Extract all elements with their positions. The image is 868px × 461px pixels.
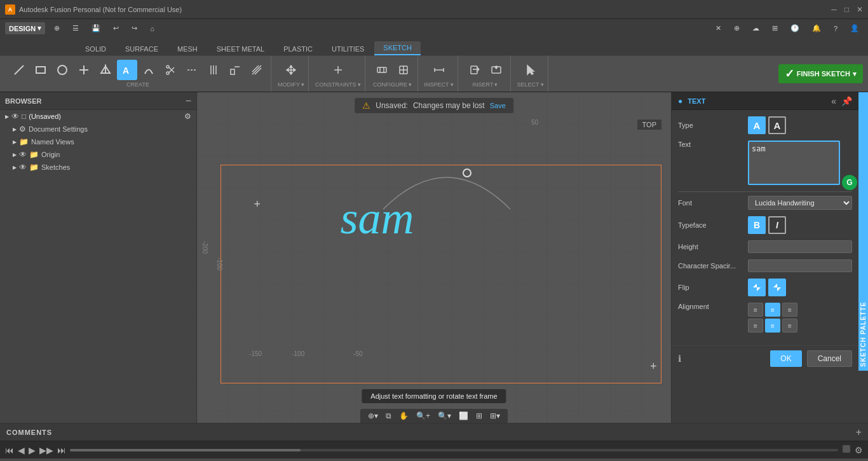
tree-item-named-views[interactable]: ▶ 📁 Named Views bbox=[0, 135, 196, 148]
font-select[interactable]: Lucida Handwriting bbox=[748, 196, 852, 210]
hatching-tool[interactable] bbox=[247, 60, 267, 80]
settings-icon-btn[interactable]: ⚙ bbox=[855, 445, 863, 455]
cancel-button[interactable]: Cancel bbox=[807, 350, 852, 367]
flip-vertical-btn[interactable] bbox=[748, 279, 766, 296]
bold-btn[interactable]: B bbox=[748, 216, 766, 234]
timeline-last-btn[interactable]: ⏭ bbox=[57, 445, 66, 455]
file-btn[interactable]: ☰ bbox=[69, 22, 83, 34]
type-outline-btn[interactable]: A bbox=[768, 116, 786, 134]
close-btn[interactable]: ✕ bbox=[857, 5, 863, 14]
timeline-prev-btn[interactable]: ◀ bbox=[18, 445, 25, 455]
flip-label: Flip bbox=[678, 284, 748, 291]
configure2[interactable] bbox=[393, 60, 414, 80]
save-unsaved-btn[interactable]: Save bbox=[490, 102, 506, 109]
configure1[interactable] bbox=[372, 60, 392, 80]
text-input[interactable]: sam bbox=[748, 141, 840, 185]
canvas-tool-zoom-in[interactable]: 🔍+ bbox=[414, 410, 433, 422]
timeline-first-btn[interactable]: ⏮ bbox=[5, 445, 14, 455]
timeline-play-btn[interactable]: ▶ bbox=[29, 445, 36, 455]
tree-item-sketches[interactable]: ▶ 👁 📁 Sketches bbox=[0, 161, 196, 174]
close-tab-btn[interactable]: ✕ bbox=[712, 22, 725, 34]
text-panel-footer: ℹ OK Cancel bbox=[672, 345, 858, 371]
canvas-tool-grid2[interactable]: ⊞▾ bbox=[487, 410, 503, 422]
ok-button[interactable]: OK bbox=[770, 350, 801, 367]
scissors-tool[interactable] bbox=[160, 60, 180, 80]
cloud-btn[interactable]: ☁ bbox=[749, 22, 763, 34]
user-btn[interactable]: 👤 bbox=[846, 22, 863, 34]
timeline-next-btn[interactable]: ▶▶ bbox=[39, 445, 53, 455]
canvas-tool-magnet[interactable]: ⊕▾ bbox=[365, 410, 381, 422]
italic-btn[interactable]: I bbox=[768, 216, 786, 234]
align-left-btn[interactable]: ≡ bbox=[748, 303, 763, 317]
canvas-tool-frame[interactable]: ⧉ bbox=[383, 410, 394, 422]
svg-marker-44 bbox=[753, 284, 757, 287]
design-button[interactable]: DESIGN ▾ bbox=[5, 22, 45, 34]
circle-tool[interactable] bbox=[52, 60, 72, 80]
arc-tool[interactable] bbox=[139, 60, 159, 80]
bell-btn[interactable]: 🔔 bbox=[808, 22, 825, 34]
canvas-tool-fullscreen[interactable]: ⬜ bbox=[456, 410, 471, 422]
grid-btn[interactable]: ⊞ bbox=[768, 22, 782, 34]
svg-marker-45 bbox=[757, 287, 761, 291]
tab-sketch[interactable]: SKETCH bbox=[374, 41, 421, 55]
help-btn[interactable]: ? bbox=[830, 23, 841, 34]
browser-collapse-btn[interactable]: − bbox=[186, 95, 191, 107]
pattern-tool[interactable] bbox=[225, 60, 245, 80]
finish-sketch-button[interactable]: ✓ FINISH SKETCH ▾ bbox=[778, 64, 863, 83]
extend-btn[interactable]: ⊕ bbox=[730, 22, 743, 34]
insert1[interactable] bbox=[465, 60, 485, 80]
insert2[interactable] bbox=[486, 60, 506, 80]
clock-btn[interactable]: 🕐 bbox=[787, 22, 803, 34]
line-tool[interactable] bbox=[9, 60, 29, 80]
align-right-btn[interactable]: ≡ bbox=[782, 303, 797, 317]
add-comment-btn[interactable]: + bbox=[856, 427, 862, 438]
type-filled-btn[interactable]: A bbox=[748, 116, 766, 134]
panel-pin-btn[interactable]: 📌 bbox=[841, 96, 852, 106]
align-middle-btn[interactable]: ≡ bbox=[765, 319, 780, 333]
panel-contract-btn[interactable]: « bbox=[831, 96, 836, 106]
tree-item-doc-settings[interactable]: ▶ ⚙ Document Settings bbox=[0, 123, 196, 135]
line2-tool[interactable] bbox=[74, 60, 94, 80]
height-input[interactable]: 20.00 mm bbox=[748, 240, 852, 253]
tree-item-origin[interactable]: ▶ 👁 📁 Origin bbox=[0, 148, 196, 161]
undo-btn[interactable]: ↩ bbox=[109, 22, 123, 34]
select1[interactable] bbox=[520, 60, 541, 80]
tab-mesh[interactable]: MESH bbox=[168, 43, 207, 55]
text-tool[interactable]: A bbox=[117, 60, 137, 80]
insert-group: INSERT▾ bbox=[461, 56, 511, 92]
maximize-btn[interactable]: □ bbox=[844, 5, 849, 14]
sketch-palette-label[interactable]: SKETCH PALETTE bbox=[858, 92, 868, 371]
char-spacing-input[interactable]: 0.00 bbox=[748, 259, 852, 272]
rect-tool[interactable] bbox=[31, 60, 51, 80]
offset-tool[interactable] bbox=[203, 60, 224, 80]
move-tool[interactable] bbox=[281, 60, 301, 80]
save-btn[interactable]: 💾 bbox=[88, 22, 104, 34]
mirror-tool[interactable] bbox=[95, 60, 116, 80]
minimize-btn[interactable]: ─ bbox=[831, 5, 837, 14]
align-bottom-btn[interactable]: ≡ bbox=[782, 319, 797, 333]
constraints-label: CONSTRAINTS▾ bbox=[315, 81, 361, 88]
grammarly-icon[interactable]: G bbox=[842, 175, 857, 190]
type-label: Type bbox=[678, 121, 748, 129]
tab-surface[interactable]: SURFACE bbox=[116, 43, 167, 55]
canvas-tool-zoom-level[interactable]: 🔍▾ bbox=[435, 410, 454, 422]
tree-item-unsaved[interactable]: ▶ 👁 □ (Unsaved) ⚙ bbox=[0, 110, 196, 123]
tab-solid[interactable]: SOLID bbox=[76, 43, 115, 55]
folder-icon2: 📁 bbox=[29, 150, 39, 159]
tab-plastic[interactable]: PLASTIC bbox=[275, 43, 322, 55]
inspect1[interactable] bbox=[429, 60, 449, 80]
canvas-tool-grid[interactable]: ⊞ bbox=[473, 410, 485, 422]
home-btn[interactable]: ⌂ bbox=[146, 23, 158, 34]
record-btn[interactable] bbox=[842, 444, 851, 455]
canvas-tool-hand[interactable]: ✋ bbox=[397, 410, 411, 422]
line3-tool[interactable] bbox=[182, 60, 202, 80]
flip-horizontal-btn[interactable] bbox=[768, 279, 786, 296]
new-tab-btn[interactable]: ⊕ bbox=[50, 22, 64, 34]
redo-btn[interactable]: ↪ bbox=[128, 22, 141, 34]
tab-utilities[interactable]: UTILITIES bbox=[323, 43, 373, 55]
align-center-h-btn[interactable]: ≡ bbox=[765, 303, 780, 317]
align-top-btn[interactable]: ≡ bbox=[748, 319, 763, 333]
canvas-area[interactable]: ⚠ Unsaved: Changes may be lost Save 50 -… bbox=[197, 92, 671, 423]
constraint1[interactable] bbox=[328, 60, 348, 80]
tab-sheet-metal[interactable]: SHEET METAL bbox=[208, 43, 273, 55]
